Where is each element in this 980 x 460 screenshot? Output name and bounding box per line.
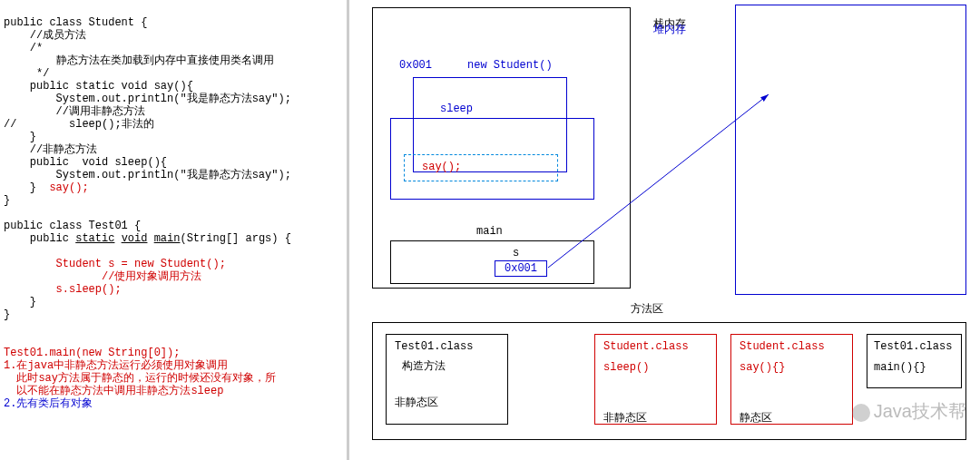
code-line: 静态方法在类加载到内存中直接使用类名调用 — [4, 54, 274, 67]
note-3: 以不能在静态方法中调用非静态方法sleep — [4, 385, 223, 397]
heap-title: 堆内存 — [358, 22, 980, 37]
heap-address: 0x001 — [399, 59, 432, 72]
m2-class: Student.class — [603, 340, 689, 353]
m3-method: say(){} — [740, 361, 785, 374]
code-comment: //使用对象调用方法 — [102, 270, 201, 283]
code-line: //成员方法 — [4, 29, 86, 42]
heap-new-student: new Student() — [467, 59, 553, 72]
sleep-frame-label: sleep — [440, 103, 473, 115]
code-line: } — [4, 194, 10, 207]
heap-memory-box — [735, 5, 966, 295]
code-line: System.out.println("我是静态方法say"); — [4, 93, 291, 105]
code-line: public class Test01 { — [4, 220, 141, 232]
code-line: } — [4, 131, 36, 143]
m2-area: 非静态区 — [603, 410, 647, 426]
code-line: /* — [4, 42, 43, 54]
note-1: 1.在java中非静态方法运行必须使用对象调用 — [4, 359, 228, 372]
code-line: public class Student { — [4, 16, 147, 29]
m2-method: sleep() — [603, 361, 649, 374]
call-line: Test01.main(new String[0]); — [4, 347, 180, 359]
wechat-icon — [852, 404, 870, 422]
m1-area: 非静态区 — [395, 395, 438, 410]
code-line: public void sleep(){ — [4, 156, 167, 169]
main-frame-label: main — [476, 225, 503, 238]
watermark: Java技术帮 — [852, 399, 966, 424]
code-line: //调用非静态方法 — [4, 105, 145, 118]
code-line-sleep: s.sleep(); — [56, 283, 122, 296]
code-line: // sleep();非法的 — [4, 118, 154, 131]
s-var-label: s — [513, 247, 519, 259]
note-4: 2.先有类后有对象 — [4, 397, 93, 410]
code-line: public static void say(){ — [4, 80, 193, 93]
m1-constructor: 构造方法 — [402, 358, 446, 374]
m3-area: 静态区 — [740, 410, 772, 426]
method-area-title: 方法区 — [631, 301, 663, 317]
memory-diagram: 栈内存 堆内存 0x001 new Student() sleep say();… — [358, 0, 980, 460]
watermark-text: Java技术帮 — [874, 401, 966, 421]
main-frame — [390, 240, 594, 284]
m4-class: Test01.class — [874, 340, 952, 353]
code-line-new: Student s = new Student(); — [56, 258, 226, 270]
code-line: System.out.println("我是静态方法say"); — [4, 169, 291, 181]
note-2: 此时say方法属于静态的，运行的时候还没有对象，所 — [4, 372, 276, 385]
m3-class: Student.class — [740, 340, 825, 353]
code-line: */ — [4, 67, 49, 80]
code-line: //非静态方法 — [4, 143, 97, 156]
say-call-label: say(); — [422, 161, 461, 173]
code-line: } — [4, 308, 10, 321]
m1-class: Test01.class — [395, 340, 473, 353]
m4-method: main(){} — [874, 361, 926, 374]
code-panel: public class Student { //成员方法 /* 静态方法在类加… — [0, 0, 349, 460]
s-var-value: 0x001 — [495, 260, 547, 277]
